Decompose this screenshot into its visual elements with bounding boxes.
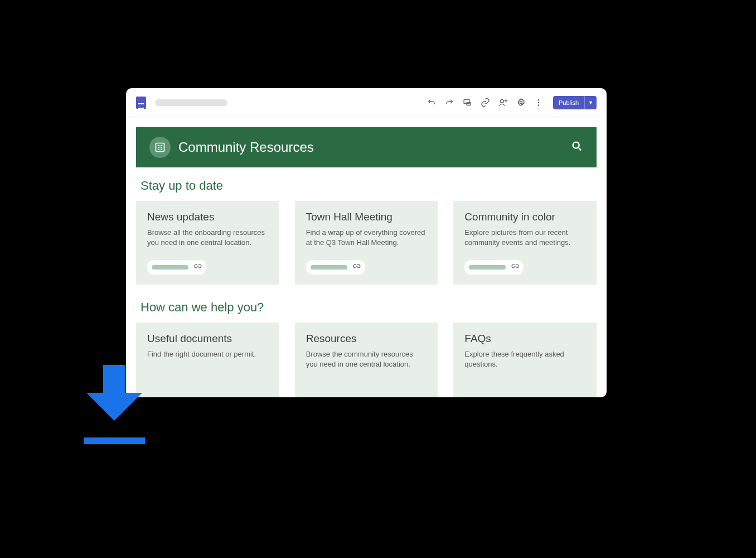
card-title: Community in color: [464, 211, 585, 223]
svg-point-7: [538, 102, 540, 103]
site-logo: [149, 137, 171, 158]
card-description: Browse the community resources you need …: [306, 349, 427, 396]
publish-dropdown[interactable]: ▼: [584, 96, 597, 109]
card-description: Explore these frequently asked questions…: [464, 349, 585, 396]
search-icon[interactable]: [571, 140, 583, 155]
card-news-updates[interactable]: News updates Browse all the onboarding r…: [136, 201, 279, 285]
chain-link-icon: [511, 262, 519, 272]
site-name-placeholder[interactable]: [155, 99, 227, 106]
settings-icon[interactable]: [516, 98, 526, 108]
card-title: Town Hall Meeting: [306, 211, 427, 223]
redo-icon[interactable]: [444, 98, 454, 108]
card-description: Explore pictures from our recent communi…: [464, 228, 585, 253]
chain-link-icon: [194, 262, 202, 272]
card-title: FAQs: [464, 333, 585, 345]
svg-point-8: [538, 104, 540, 106]
share-icon[interactable]: [498, 98, 508, 108]
svg-marker-18: [86, 365, 142, 421]
card-title: Resources: [306, 333, 427, 345]
svg-point-6: [538, 99, 540, 101]
svg-rect-19: [84, 437, 145, 444]
publish-button[interactable]: Publish: [553, 96, 584, 109]
card-useful-documents[interactable]: Useful documents Find the right document…: [136, 323, 279, 397]
section-heading[interactable]: Stay up to date: [140, 179, 592, 193]
preview-icon[interactable]: [462, 98, 472, 108]
download-icon: [84, 365, 145, 448]
card-resources[interactable]: Resources Browse the community resources…: [295, 323, 438, 397]
card-community-color[interactable]: Community in color Explore pictures from…: [453, 201, 597, 285]
card-description: Find the right document or permit.: [147, 349, 268, 396]
page-content: Stay up to date News updates Browse all …: [126, 179, 607, 397]
app-window: Publish ▼ Community Resources Stay up to…: [126, 88, 607, 397]
card-description: Browse all the onboarding resources you …: [147, 228, 268, 253]
svg-point-5: [520, 101, 522, 103]
card-link-chip[interactable]: [306, 260, 365, 275]
card-link-chip[interactable]: [147, 260, 206, 275]
svg-point-2: [500, 100, 503, 103]
card-link-chip[interactable]: [464, 260, 524, 275]
link-icon[interactable]: [480, 98, 490, 108]
chain-link-icon: [353, 262, 361, 272]
link-placeholder: [311, 265, 347, 270]
card-row: Useful documents Find the right document…: [136, 323, 597, 397]
google-sites-icon[interactable]: [136, 97, 146, 109]
card-description: Find a wrap up of everything covered at …: [306, 228, 427, 253]
link-placeholder: [152, 265, 188, 270]
svg-line-17: [578, 147, 581, 150]
publish-button-group: Publish ▼: [553, 96, 597, 109]
card-faqs[interactable]: FAQs Explore these frequently asked ques…: [453, 323, 597, 397]
card-title: News updates: [147, 211, 268, 223]
link-placeholder: [469, 265, 506, 270]
svg-point-16: [573, 142, 579, 148]
section-heading[interactable]: How can we help you?: [140, 300, 592, 315]
card-title: Useful documents: [147, 333, 268, 345]
more-icon[interactable]: [534, 98, 544, 108]
undo-icon[interactable]: [427, 98, 437, 108]
card-row: News updates Browse all the onboarding r…: [136, 201, 597, 285]
svg-rect-9: [156, 143, 164, 152]
editor-toolbar: Publish ▼: [126, 88, 607, 117]
site-header: Community Resources: [136, 127, 597, 167]
site-title[interactable]: Community Resources: [178, 140, 314, 155]
card-town-hall[interactable]: Town Hall Meeting Find a wrap up of ever…: [295, 201, 438, 285]
